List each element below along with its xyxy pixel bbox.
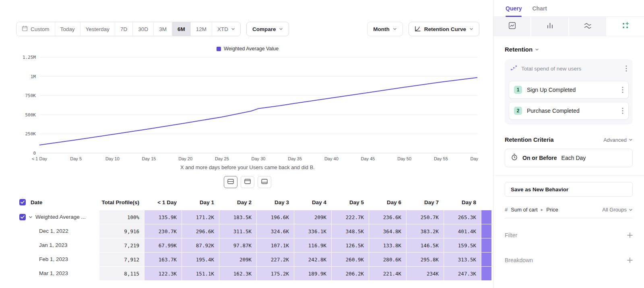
retention-value-cell[interactable]: 171.2K	[182, 210, 219, 224]
kebab-menu-icon[interactable]	[621, 107, 624, 115]
retention-line-series[interactable]	[39, 78, 477, 145]
column-header[interactable]: Day 2	[219, 195, 256, 210]
range-button-xtd[interactable]: XTD	[212, 22, 240, 36]
compare-button[interactable]: Compare	[246, 22, 289, 36]
behavior-step[interactable]: 2Purchase Completed	[509, 102, 629, 120]
range-button-custom[interactable]: Custom	[17, 22, 55, 36]
retention-value-cell[interactable]: 122.3K	[144, 266, 182, 280]
retention-value-cell[interactable]: 87.92K	[182, 238, 219, 252]
behavior-header[interactable]: Total spend of new users	[505, 59, 633, 78]
report-tab-insights[interactable]	[493, 17, 531, 36]
all-groups-dropdown[interactable]: All Groups	[602, 207, 633, 213]
retention-value-cell[interactable]: 324.6K	[256, 224, 294, 238]
column-header[interactable]: Day 3	[256, 195, 294, 210]
total-profiles-cell[interactable]: 8,115	[99, 266, 144, 280]
retention-value-cell[interactable]: 247.3K	[444, 266, 481, 280]
report-tab-retention[interactable]	[607, 17, 644, 36]
add-breakdown-icon[interactable]	[627, 257, 633, 263]
retention-value-cell[interactable]: 162.3K	[219, 266, 256, 280]
retention-value-cell[interactable]: 311.5K	[219, 224, 256, 238]
retention-value-cell[interactable]: 133.8K	[369, 238, 406, 252]
table-row[interactable]: Dec 1, 20229,916230.7K296.6K311.5K324.6K…	[16, 224, 493, 238]
retention-value-cell[interactable]: 209K	[219, 252, 256, 266]
column-header[interactable]: Day 8	[444, 195, 481, 210]
retention-value-cell[interactable]: 313.5K	[444, 252, 481, 266]
range-button-today[interactable]: Today	[55, 22, 80, 36]
retention-section-header[interactable]: Retention	[505, 46, 633, 53]
column-header[interactable]: Day 6	[369, 195, 406, 210]
column-header[interactable]: Day 4	[294, 195, 331, 210]
kebab-menu-icon[interactable]	[625, 64, 628, 73]
report-tab-bar-chart[interactable]	[531, 17, 569, 36]
retention-value-cell[interactable]: 401.4K	[444, 224, 481, 238]
tab-chart[interactable]: Chart	[532, 5, 547, 17]
retention-value-cell[interactable]: 135.9K	[144, 210, 182, 224]
total-profiles-cell[interactable]: 9,916	[99, 224, 144, 238]
column-header[interactable]: Day 7	[406, 195, 444, 210]
save-as-new-behavior-button[interactable]: Save as New Behavior	[505, 182, 633, 197]
retention-value-cell[interactable]: 348.5K	[331, 224, 369, 238]
table-row[interactable]: Mar 1, 20238,115122.3K151.1K162.3K175.2K…	[16, 266, 493, 280]
column-header[interactable]: < 1 Day	[144, 195, 182, 210]
kebab-menu-icon[interactable]	[621, 86, 624, 94]
total-profiles-cell[interactable]: 7,219	[99, 238, 144, 252]
range-button-7d[interactable]: 7D	[115, 22, 133, 36]
retention-value-cell[interactable]: 227.2K	[256, 252, 294, 266]
retention-value-cell[interactable]: 183.5K	[219, 210, 256, 224]
select-all-checkbox[interactable]	[19, 199, 26, 205]
retention-value-cell[interactable]: 107.1K	[256, 238, 294, 252]
column-header[interactable]: Total Profile(s)	[99, 195, 144, 210]
retention-value-cell[interactable]: 265.3K	[444, 210, 481, 224]
total-profiles-cell[interactable]: 7,912	[99, 252, 144, 266]
retention-value-cell[interactable]: 196.6K	[256, 210, 294, 224]
range-button-12m[interactable]: 12M	[191, 22, 212, 36]
view-toggle-table-rows-top[interactable]	[241, 176, 254, 188]
retention-value-cell[interactable]: 163.7K	[144, 252, 182, 266]
retention-value-cell[interactable]: 126.5K	[331, 238, 369, 252]
report-tab-flows[interactable]	[569, 17, 607, 36]
expand-chevron-icon[interactable]	[29, 215, 33, 219]
retention-value-cell[interactable]: 236.6K	[369, 210, 406, 224]
range-button-3m[interactable]: 3M	[154, 22, 172, 36]
retention-chart[interactable]: 0250K500K750K1M1.25M< 1 DayDay 5Day 10Da…	[16, 53, 479, 163]
retention-value-cell[interactable]: 383.2K	[406, 224, 444, 238]
table-row[interactable]: Jan 1, 20237,21967.99K87.92K97.87K107.1K…	[16, 238, 493, 252]
retention-value-cell[interactable]: 295.8K	[406, 252, 444, 266]
retention-value-cell[interactable]: 280.6K	[369, 252, 406, 266]
behavior-step[interactable]: 1Sign Up Completed	[509, 81, 629, 99]
table-row[interactable]: Feb 1, 20237,912163.7K195.4K209K227.2K24…	[16, 252, 493, 266]
column-header[interactable]: Day 1	[182, 195, 219, 210]
range-button-yesterday[interactable]: Yesterday	[80, 22, 116, 36]
retention-value-cell[interactable]: 159.5K	[444, 238, 481, 252]
add-filter-icon[interactable]	[627, 232, 633, 238]
row-checkbox[interactable]	[19, 214, 26, 220]
retention-value-cell[interactable]: 206.2K	[331, 266, 369, 280]
retention-value-cell[interactable]: 260.9K	[331, 252, 369, 266]
view-toggle-table-rows-bottom[interactable]	[258, 176, 271, 188]
range-button-6m[interactable]: 6M	[172, 22, 191, 36]
retention-value-cell[interactable]: 364.8K	[369, 224, 406, 238]
retention-value-cell[interactable]: 116.9K	[294, 238, 331, 252]
retention-value-cell[interactable]: 296.6K	[182, 224, 219, 238]
retention-value-cell[interactable]: 221.4K	[369, 266, 406, 280]
tab-query[interactable]: Query	[506, 5, 522, 17]
retention-value-cell[interactable]: 151.1K	[182, 266, 219, 280]
table-row[interactable]: Weighted Average ...100%135.9K171.2K183.…	[16, 210, 493, 224]
retention-value-cell[interactable]: 242.8K	[294, 252, 331, 266]
retention-value-cell[interactable]: 209K	[294, 210, 331, 224]
retention-value-cell[interactable]: 146.5K	[406, 238, 444, 252]
retention-value-cell[interactable]: 195.4K	[182, 252, 219, 266]
view-toggle-table-rows-split[interactable]	[224, 176, 237, 188]
criteria-condition-card[interactable]: On or Before Each Day	[505, 149, 633, 167]
chart-type-button[interactable]: Retention Curve	[409, 22, 479, 36]
column-header[interactable]: Day 5	[331, 195, 369, 210]
total-profiles-cell[interactable]: 100%	[99, 210, 144, 224]
retention-value-cell[interactable]: 67.99K	[144, 238, 182, 252]
retention-value-cell[interactable]: 336.1K	[294, 224, 331, 238]
granularity-button[interactable]: Month	[367, 22, 402, 36]
retention-value-cell[interactable]: 234K	[406, 266, 444, 280]
retention-value-cell[interactable]: 189.9K	[294, 266, 331, 280]
range-button-30d[interactable]: 30D	[133, 22, 154, 36]
retention-value-cell[interactable]: 97.87K	[219, 238, 256, 252]
measure-row[interactable]: # Sum of cart ▸ Price All Groups	[505, 201, 633, 218]
